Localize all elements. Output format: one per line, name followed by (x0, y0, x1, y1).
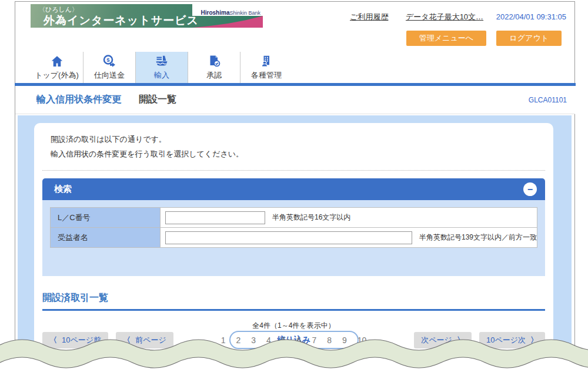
nav-label: 各種管理 (251, 70, 282, 81)
nav-item-management[interactable]: 各種管理 (240, 52, 292, 83)
page-number[interactable]: 1 (221, 336, 226, 345)
header-links: ご利用履歴 データ花子最大10文… 2022/04/01 09:31:05 (350, 12, 566, 22)
brand-title: 外為インターネットサービス (44, 13, 199, 28)
app-window: 〈ひろしん〉 外為インターネットサービス HiroshimaShinkin Ba… (0, 0, 588, 372)
instructions: 開設済の取引は以下の通りです。 輸入信用状の条件変更を行う取引を選択してください… (51, 132, 243, 161)
bank-logo-rest: Shinkin Bank (229, 10, 260, 16)
beneficiary-name-input[interactable] (165, 231, 412, 244)
result-count: 全4件（1～4件を表示中） (34, 321, 553, 331)
home-icon (50, 54, 64, 68)
nav-item-import[interactable]: 輸入 (135, 52, 188, 83)
bank-logo: HiroshimaShinkin Bank (192, 4, 263, 16)
nav-label: 承認 (206, 70, 222, 81)
page-number[interactable]: 4 (266, 336, 271, 345)
page-title: 輸入信用状条件変更 (36, 94, 121, 106)
header-buttons: 管理メニューへ ログアウト (399, 31, 562, 46)
table-row: L／C番号 半角英数記号16文字以内 (51, 208, 537, 228)
user-name-link[interactable]: データ花子最大10文… (406, 12, 483, 21)
field-hint: 半角英数記号139文字以内／前方一致 (419, 233, 537, 241)
chevron-right-icon: 〉 (457, 336, 465, 344)
logout-button[interactable]: ログアウト (496, 31, 562, 46)
field-hint: 半角英数記号16文字以内 (272, 213, 350, 221)
svg-text:$: $ (106, 57, 110, 63)
page-subtitle: 開設一覧 (139, 94, 176, 106)
page-number-list: 1 2 3 4 5 6 7 8 9 10 (173, 336, 415, 345)
prev-10-pages-button[interactable]: 〈10ページ前 (42, 332, 108, 348)
field-label: L／C番号 (51, 208, 161, 228)
chevron-left-icon: 〈 (49, 336, 57, 344)
login-datetime: 2022/04/01 09:31:05 (496, 12, 566, 21)
bank-logo-bold: Hiroshima (201, 9, 230, 16)
chevron-right-icon: 〉 (530, 336, 538, 344)
approval-icon (207, 54, 221, 68)
page-number[interactable]: 6 (297, 336, 302, 345)
screen-id: GLCA01101 (529, 96, 567, 104)
nav-label: 仕向送金 (94, 70, 125, 81)
next-label: 次ページ (421, 336, 452, 344)
page-number[interactable]: 5 (282, 336, 286, 345)
remittance-icon: $ (102, 54, 116, 68)
next-page-button[interactable]: 次ページ〉 (414, 332, 472, 348)
next-10-pages-button[interactable]: 10ページ次〉 (479, 332, 545, 348)
page-number[interactable]: 3 (251, 336, 256, 345)
search-title: 検索 (54, 184, 72, 195)
instruction-line: 開設済の取引は以下の通りです。 (51, 132, 243, 147)
main-panel: 開設済の取引は以下の通りです。 輸入信用状の条件変更を行う取引を選択してください… (18, 115, 572, 372)
field-label: 受益者名 (51, 228, 161, 248)
admin-menu-button[interactable]: 管理メニューへ (406, 31, 486, 46)
management-icon (259, 54, 273, 68)
page-number[interactable]: 2 (236, 336, 240, 345)
search-form-table: L／C番号 半角英数記号16文字以内 受益者名 半角英数記号139文字以内／前方… (50, 207, 537, 248)
dotted-divider (42, 170, 545, 171)
lc-number-input[interactable] (165, 211, 265, 224)
chevron-left-icon: 〈 (123, 336, 131, 344)
usage-history-link[interactable]: ご利用履歴 (350, 12, 388, 21)
list-title-underline (42, 309, 545, 311)
content-box: 開設済の取引は以下の通りです。 輸入信用状の条件変更を行う取引を選択してください… (34, 123, 553, 372)
main-nav: トップ(外為) $ 仕向送金 輸入 (31, 52, 292, 83)
page-number[interactable]: 7 (312, 336, 316, 345)
instruction-line: 輸入信用状の条件変更を行う取引を選択してください。 (51, 147, 243, 162)
page-number[interactable]: 10 (358, 336, 367, 345)
brand-banner: 〈ひろしん〉 外為インターネットサービス HiroshimaShinkin Ba… (31, 4, 263, 28)
prev-10-label: 10ページ前 (62, 336, 101, 344)
next-10-label: 10ページ次 (486, 336, 526, 344)
pink-swoosh-decoration (192, 16, 263, 28)
pagination: 〈10ページ前 〈前ページ 1 2 3 4 5 6 7 8 9 10 次ページ〉… (42, 332, 545, 348)
nav-label: 輸入 (154, 70, 169, 81)
collapse-minus-icon[interactable]: − (523, 182, 537, 196)
table-row: 受益者名 半角英数記号139文字以内／前方一致 (51, 228, 537, 248)
search-section-header: 検索 − (42, 178, 545, 200)
prev-page-button[interactable]: 〈前ページ (116, 332, 173, 348)
prev-label: 前ページ (135, 336, 166, 344)
nav-item-top[interactable]: トップ(外為) (31, 52, 83, 83)
nav-item-remittance[interactable]: $ 仕向送金 (83, 52, 135, 83)
page-title-row: 輸入信用状条件変更 開設一覧 GLCA01101 (15, 86, 575, 114)
list-section-title: 開設済取引一覧 (42, 292, 108, 304)
nav-item-approval[interactable]: 承認 (188, 52, 240, 83)
ship-icon (155, 54, 169, 68)
page-number[interactable]: 8 (327, 336, 332, 345)
nav-label: トップ(外為) (35, 70, 79, 81)
page-number[interactable]: 9 (342, 336, 347, 345)
search-form-area: L／C番号 半角英数記号16文字以内 受益者名 半角英数記号139文字以内／前方… (42, 200, 545, 276)
